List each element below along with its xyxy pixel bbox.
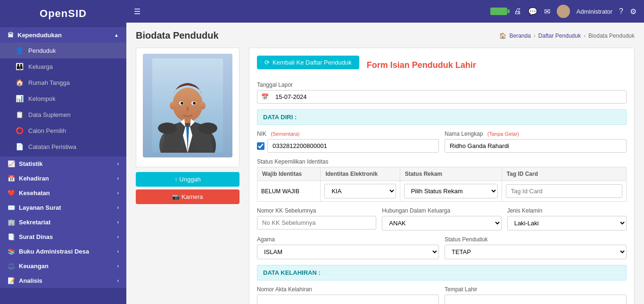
calendar-icon: 📅 (8, 175, 15, 182)
settings-icon[interactable]: ⚙ (630, 7, 636, 16)
col-wajib-identitas: Wajib Identitas (257, 167, 321, 181)
sidebar-section-kehadiran[interactable]: 📅 Kehadiran ‹ (0, 171, 126, 186)
chevron-icon: ‹ (117, 278, 119, 283)
tag-id-input[interactable] (506, 184, 622, 198)
svg-point-8 (181, 102, 183, 105)
help-icon[interactable]: ? (619, 7, 623, 16)
sidebar-section-layanan-surat[interactable]: ✉️ Layanan Surat ‹ (0, 200, 126, 215)
main-content: ☰ 🖨 💬 ✉ Administrator ? ⚙ Biodata Pendud… (126, 0, 644, 304)
sidebar-item-catatan-peristiwa[interactable]: 📄 Catatan Peristiwa (0, 139, 126, 155)
print-icon[interactable]: 🖨 (514, 7, 521, 16)
sidebar-item-penduduk[interactable]: 👤 Penduduk (0, 42, 126, 58)
svg-point-10 (170, 102, 175, 109)
akta-tempat-row: Nomor Akta Kelahiran Tempat Lahir (257, 286, 627, 304)
note-icon: 📄 (15, 143, 24, 150)
jenis-kelamin-col: Jenis Kelamin Laki-Laki Perempuan (507, 207, 627, 230)
sidebar-section-surat-dinas[interactable]: 📑 Surat Dinas ‹ (0, 230, 126, 244)
nama-label: Nama Lengkap (Tanpa Gelar) (445, 131, 627, 137)
nomor-akta-input[interactable] (257, 295, 439, 304)
sidebar-section-statistik[interactable]: 📈 Statistik ‹ (0, 156, 126, 171)
nomor-kk-input[interactable] (257, 216, 376, 230)
person-icon: 👤 (15, 47, 24, 54)
breadcrumb-home[interactable]: Beranda (509, 33, 530, 39)
sidebar-section-kesehatan[interactable]: ❤️ Kesehatan ‹ (0, 186, 126, 200)
breadcrumb-level1[interactable]: Daftar Penduduk (538, 33, 581, 39)
mail-icon[interactable]: ✉ (544, 7, 550, 16)
tempat-lahir-input[interactable] (445, 295, 627, 304)
admin-name: Administrator (577, 8, 613, 15)
nik-input[interactable] (267, 139, 439, 153)
sidebar-section-kependudukan[interactable]: 🏛 Kependudukan ▲ (0, 28, 126, 42)
breadcrumb-current: Biodata Penduduk (588, 33, 635, 39)
form-panel: ⟳ Kembali Ke Daftar Penduduk Form Isian … (249, 48, 635, 304)
sidebar-item-calon-pemilih[interactable]: ⭕ Calon Pemilih (0, 123, 126, 139)
photo-placeholder (143, 54, 232, 157)
tanggal-lapor-input-wrapper: 📅 (257, 90, 627, 104)
letter-icon: ✉️ (8, 204, 15, 211)
calendar-icon: 📅 (257, 93, 272, 100)
nama-input[interactable] (445, 139, 627, 153)
back-button[interactable]: ⟳ Kembali Ke Daftar Penduduk (257, 56, 359, 69)
kk-hubungan-jk-row: Nomor KK Sebelumnya Hubungan Dalam Kelua… (257, 207, 627, 230)
sidebar-item-label: Keluarga (28, 63, 53, 70)
sidebar-item-data-suplemen[interactable]: 📋 Data Suplemen (0, 107, 126, 123)
identitas-elektronik-select[interactable]: KIA KTP Tidak Ada (324, 184, 396, 198)
chevron-icon: ‹ (117, 220, 119, 225)
money-icon: ⚖️ (8, 263, 15, 270)
group-icon: 📊 (15, 95, 24, 102)
hubungan-select[interactable]: ANAK KEPALA KELUARGA ISTRI ORANG TUA (382, 216, 501, 230)
data-icon: 📋 (15, 111, 24, 118)
sidebar-item-label: Data Suplemen (28, 111, 71, 118)
sidebar-section-keuangan[interactable]: ⚖️ Keuangan ‹ (0, 259, 126, 273)
svg-point-11 (200, 102, 206, 109)
sidebar-item-label: Catatan Peristiwa (28, 143, 76, 150)
nomor-akta-col: Nomor Akta Kelahiran (257, 286, 439, 304)
nik-checkbox[interactable] (257, 142, 264, 150)
agama-col: Agama ISLAM KRISTEN KATHOLIK HINDU BUDHA… (257, 236, 439, 259)
tanggal-lapor-input[interactable] (272, 90, 626, 103)
col-identitas-elektronik: Identitas Elektronik (321, 167, 400, 181)
tempat-lahir-label: Tempat Lahir (445, 286, 627, 293)
sidebar-item-keluarga[interactable]: 👪 Keluarga (0, 58, 126, 74)
svg-point-12 (158, 123, 177, 134)
sidebar-item-kelompok[interactable]: 📊 Kelompok (0, 90, 126, 107)
svg-point-13 (198, 123, 217, 134)
status-penduduk-label: Status Penduduk (445, 236, 627, 243)
tempat-lahir-col: Tempat Lahir (445, 286, 627, 304)
vote-icon: ⭕ (15, 127, 24, 134)
nik-nama-row: NIK (Sementara) Nama Lengkap (Ta (257, 131, 627, 153)
nik-input-row (257, 139, 439, 153)
sidebar-section-sekretariat[interactable]: 🏢 Sekretariat ‹ (0, 215, 126, 230)
status-penduduk-select[interactable]: TETAP TIDAK TETAP PERANTAU (445, 245, 627, 259)
sidebar-item-rumah-tangga[interactable]: 🏠 Rumah Tangga (0, 74, 126, 90)
breadcrumb: 🏠 Beranda › Daftar Penduduk › Biodata Pe… (499, 33, 635, 39)
agama-select[interactable]: ISLAM KRISTEN KATHOLIK HINDU BUDHA KONGH… (257, 245, 439, 259)
chat-icon[interactable]: 💬 (528, 7, 537, 16)
nomor-kk-col: Nomor KK Sebelumnya (257, 207, 376, 230)
home-icon: 🏠 (499, 33, 506, 39)
sidebar-section-buku-admin[interactable]: 📚 Buku Administrasi Desa ‹ (0, 244, 126, 259)
col-tag-id: Tag ID Card (502, 167, 626, 181)
breadcrumb-sep: › (534, 33, 536, 39)
home-icon: 🏠 (15, 79, 24, 86)
sidebar-section-analisis[interactable]: 📝 Analisis ‹ (0, 273, 126, 288)
app-logo: OpenSID (0, 0, 126, 28)
chevron-icon: ‹ (117, 176, 119, 181)
jenis-kelamin-select[interactable]: Laki-Laki Perempuan (507, 216, 627, 230)
form-layout: ↑ Unggah 📷 Kamera ⟳ Kembali Ke Daftar Pe… (136, 48, 635, 304)
nik-sublabel: (Sementara) (271, 131, 299, 137)
camera-button[interactable]: 📷 Kamera (136, 189, 239, 204)
kependudukan-icon: 🏛 (8, 32, 14, 39)
form-card: ⟳ Kembali Ke Daftar Penduduk Form Isian … (249, 48, 635, 304)
nik-col: NIK (Sementara) (257, 131, 439, 153)
chevron-icon: ‹ (117, 205, 119, 210)
upload-button[interactable]: ↑ Unggah (136, 172, 239, 187)
hamburger-icon[interactable]: ☰ (134, 7, 140, 16)
status-rekam-select[interactable]: Pilih Status Rekam Sudah Rekam Belum Rek… (404, 184, 498, 198)
chevron-icon: ‹ (117, 234, 119, 239)
sidebar-section-label: Kependudukan (17, 32, 62, 39)
tanggal-lapor-label: Tanggal Lapor (257, 82, 627, 88)
agama-status-row: Agama ISLAM KRISTEN KATHOLIK HINDU BUDHA… (257, 236, 627, 259)
svg-point-0 (561, 7, 566, 12)
family-icon: 👪 (15, 63, 24, 70)
